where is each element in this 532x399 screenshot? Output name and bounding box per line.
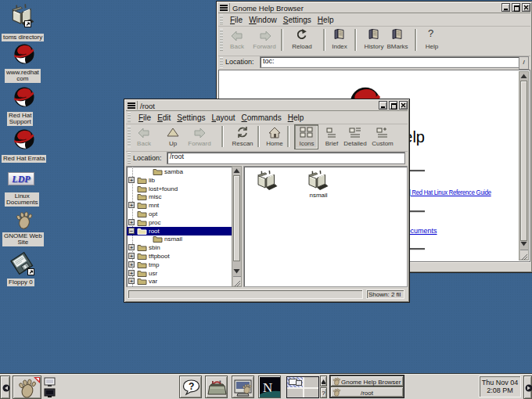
svg-text:N: N [263, 380, 272, 395]
svg-text:?: ? [189, 381, 194, 392]
